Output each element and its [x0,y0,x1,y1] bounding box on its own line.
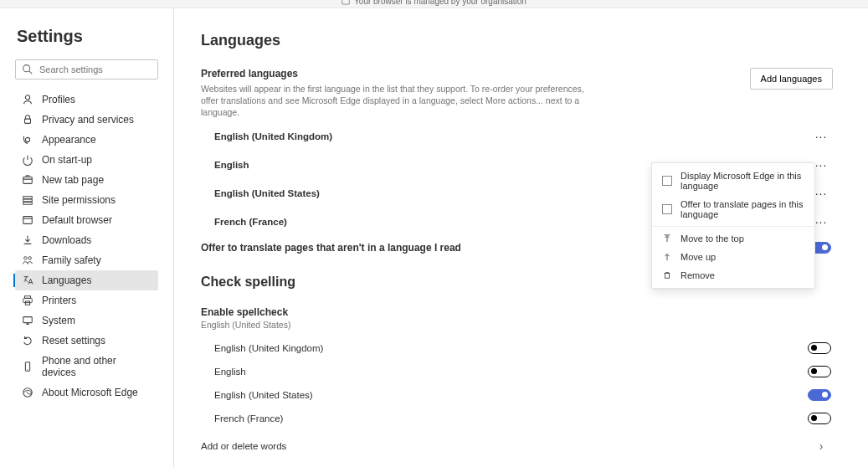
sidebar-item-site-permissions[interactable]: Site permissions [15,190,158,210]
cm-move-up[interactable]: Move up [652,248,814,266]
language-name: English (United Kingdom) [214,131,332,141]
sidebar-item-new-tab-page[interactable]: New tab page [15,170,158,190]
search-input[interactable] [15,59,158,80]
spellcheck-toggle[interactable] [808,342,831,354]
more-actions-button[interactable]: ··· [811,128,831,145]
spellcheck-row: French (France) [201,407,833,430]
settings-sidebar: Settings ProfilesPrivacy and servicesApp… [0,8,174,467]
language-name: English (United States) [214,188,320,198]
svg-point-3 [25,95,29,100]
sidebar-item-about-microsoft-edge[interactable]: About Microsoft Edge [15,382,158,403]
browser-icon [22,214,33,226]
sidebar-item-label: Profiles [42,94,75,105]
language-row: English (United Kingdom)··· [201,122,833,151]
toggle-knob [822,244,828,250]
toggle-knob [811,368,817,374]
add-delete-words-row[interactable]: Add or delete words › [201,434,833,459]
sidebar-item-appearance[interactable]: Appearance [15,130,158,150]
svg-rect-16 [23,317,33,323]
cm-remove[interactable]: Remove [652,266,814,285]
language-name: English [214,160,249,170]
sidebar-item-label: Site permissions [42,194,116,206]
add-delete-words-label: Add or delete words [201,441,286,451]
sidebar-item-label: Privacy and services [42,114,134,126]
sidebar-item-family-safety[interactable]: Family safety [15,250,158,270]
search-wrapper [15,59,158,80]
add-languages-button[interactable]: Add languages [750,68,833,90]
svg-rect-4 [25,119,31,123]
spellcheck-toggle[interactable] [808,413,831,424]
svg-rect-6 [23,177,33,184]
org-banner: Your browser is managed by your organisa… [0,0,868,8]
sidebar-item-label: On start-up [42,154,92,166]
toggle-knob [811,345,817,351]
profile-icon [22,94,33,105]
cm-offer-translate[interactable]: Offer to translate pages in this languag… [652,195,814,223]
sidebar-item-label: Appearance [42,134,96,146]
toggle-knob [822,392,828,398]
svg-rect-0 [342,0,350,4]
svg-point-18 [27,369,28,370]
family-icon [22,254,33,266]
spellcheck-toggle[interactable] [808,366,831,377]
svg-point-12 [28,257,32,260]
spellcheck-row: English (United States) [201,383,833,407]
trash-icon [662,271,672,280]
sidebar-item-languages[interactable]: Languages [15,270,158,290]
spellcheck-toggle[interactable] [808,389,831,401]
power-icon [22,154,33,166]
sidebar-item-system[interactable]: System [15,310,158,331]
svg-point-11 [24,257,28,260]
more-icon: ··· [815,130,828,143]
sidebar-item-phone-and-other-devices[interactable]: Phone and other devices [15,351,158,382]
spellcheck-language-name: English (United Kingdom) [214,343,323,353]
sidebar-item-reset-settings[interactable]: Reset settings [15,331,158,351]
sidebar-item-default-browser[interactable]: Default browser [15,210,158,230]
enable-spellcheck-label: Enable spellcheck [201,306,833,318]
translate-option-label: Offer to translate pages that aren't in … [201,242,461,254]
preferred-languages-desc: Websites will appear in the first langua… [201,83,603,119]
svg-rect-10 [23,217,33,224]
svg-rect-8 [23,199,33,202]
cm-move-up-label: Move up [681,252,716,262]
sidebar-item-downloads[interactable]: Downloads [15,230,158,250]
sidebar-item-label: System [42,315,75,326]
search-icon [22,64,33,74]
spellcheck-row: English [201,360,833,383]
cm-display-language[interactable]: Display Microsoft Edge in this language [652,167,814,195]
checkbox-icon [662,176,672,186]
spellcheck-row: English (United Kingdom) [201,336,833,360]
spellcheck-language-name: English [214,367,246,377]
spellcheck-language-list: English (United Kingdom)EnglishEnglish (… [201,336,833,430]
cm-remove-label: Remove [681,270,715,280]
languages-heading: Languages [201,32,833,49]
cm-move-top[interactable]: Move to the top [652,229,814,248]
download-icon [22,234,33,246]
sidebar-item-label: New tab page [42,174,104,186]
svg-point-5 [25,137,29,141]
more-icon: ··· [815,158,828,172]
permissions-icon [22,194,33,206]
sidebar-item-label: Phone and other devices [42,355,152,378]
settings-nav: ProfilesPrivacy and servicesAppearanceOn… [15,90,158,403]
sidebar-item-on-start-up[interactable]: On start-up [15,150,158,170]
sidebar-item-printers[interactable]: Printers [15,290,158,310]
sidebar-item-label: Reset settings [42,335,105,346]
language-context-menu: Display Microsoft Edge in this language … [651,162,815,289]
sidebar-item-label: Family safety [42,254,101,266]
sidebar-item-label: Printers [42,295,76,306]
languages-icon [22,275,33,286]
move-top-icon [662,234,672,243]
system-icon [22,315,33,326]
sidebar-item-privacy-and-services[interactable]: Privacy and services [15,110,158,130]
reset-icon [22,335,33,346]
preferred-languages-title: Preferred languages [201,68,603,80]
cm-move-top-label: Move to the top [681,234,744,244]
printer-icon [22,295,33,306]
toggle-knob [811,415,817,421]
svg-line-2 [29,71,32,74]
phone-icon [22,361,33,372]
sidebar-item-profiles[interactable]: Profiles [15,90,158,110]
edge-icon [22,387,33,398]
language-name: French (France) [214,217,287,227]
